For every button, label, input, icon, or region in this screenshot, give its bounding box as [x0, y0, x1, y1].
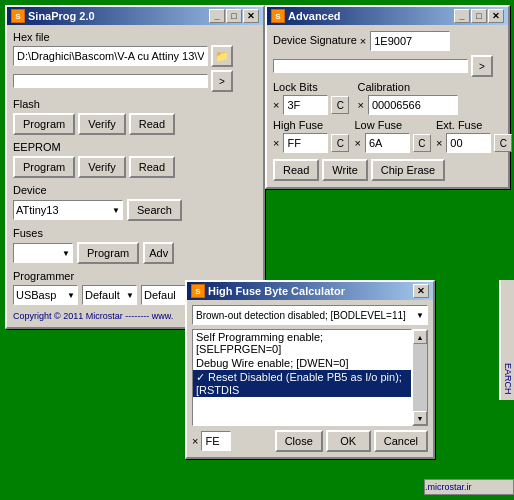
lock-bits-group: Lock Bits × C: [273, 81, 349, 115]
hfbc-scrollbar[interactable]: ▲ ▼: [412, 329, 428, 426]
device-sig-prefix: ×: [360, 35, 366, 47]
hfbc-dropdown[interactable]: Brown-out detection disabled; [BODLEVEL=…: [192, 305, 428, 325]
high-fuse-input[interactable]: [283, 133, 328, 153]
eeprom-verify-btn[interactable]: Verify: [78, 156, 126, 178]
lock-c-btn[interactable]: C: [331, 96, 349, 114]
lf-c-btn[interactable]: C: [413, 134, 431, 152]
flash-program-btn[interactable]: Program: [13, 113, 75, 135]
advanced-window: S Advanced _ □ ✕ Device Signature × > Lo…: [265, 5, 510, 189]
hex-progress-input: [13, 74, 208, 88]
low-fuse-label: Low Fuse: [354, 119, 430, 131]
programmer-arrow1: ▼: [67, 291, 75, 300]
programmer-val3: Defaul: [144, 289, 176, 301]
hfbc-dropdown-arrow: ▼: [416, 311, 424, 320]
adv-progress-input: [273, 59, 468, 73]
device-group: Device ATtiny13 ▼ Search: [13, 184, 257, 221]
hfbc-value-input[interactable]: [201, 431, 231, 451]
ext-fuse-input[interactable]: [446, 133, 491, 153]
list-item[interactable]: Reset Disabled (Enable PB5 as I/o pin); …: [193, 370, 411, 397]
fuses-adv-btn[interactable]: Adv: [143, 242, 174, 264]
flash-group: Flash Program Verify Read: [13, 98, 257, 135]
eeprom-program-btn[interactable]: Program: [13, 156, 75, 178]
chip-erase-btn[interactable]: Chip Erase: [371, 159, 445, 181]
sinaprog-titlebar: S SinaProg 2.0 _ □ ✕: [7, 7, 263, 25]
device-combo-arrow: ▼: [112, 206, 120, 215]
calibration-input[interactable]: [368, 95, 458, 115]
lock-prefix: ×: [273, 99, 279, 111]
sinaprog-close-btn[interactable]: ✕: [243, 9, 259, 23]
device-sig-input[interactable]: [370, 31, 450, 51]
advanced-titlebar: S Advanced _ □ ✕: [267, 7, 508, 25]
hfbc-listbox[interactable]: Self Programming enable; [SELFPRGEN=0] D…: [192, 329, 412, 426]
programmer-val2: Default: [85, 289, 120, 301]
fuses-label: Fuses: [13, 227, 257, 239]
device-search-btn[interactable]: Search: [127, 199, 182, 221]
hfbc-close-btn[interactable]: ✕: [413, 284, 429, 298]
microstar-text: .microstar.ir: [425, 482, 472, 492]
sinaprog-minimize-btn[interactable]: _: [209, 9, 225, 23]
flash-verify-btn[interactable]: Verify: [78, 113, 126, 135]
low-fuse-group: Low Fuse × C: [354, 119, 430, 153]
lock-calib-row: Lock Bits × C Calibration ×: [273, 81, 502, 115]
fuses-group: Fuses ▼ Program Adv: [13, 227, 257, 264]
list-item[interactable]: Self Programming enable; [SELFPRGEN=0]: [193, 330, 411, 356]
fuse-row: High Fuse × C Low Fuse × C Ext. Fuse ×: [273, 119, 502, 153]
partial-text: EARCH: [503, 363, 513, 395]
list-item-text: Self Programming enable; [SELFPRGEN=0]: [196, 331, 323, 355]
hf-prefix: ×: [273, 137, 279, 149]
hfbc-ok-btn[interactable]: OK: [326, 430, 371, 452]
list-item[interactable]: [193, 397, 411, 411]
sinaprog-maximize-btn[interactable]: □: [226, 9, 242, 23]
hex-arrow-btn[interactable]: >: [211, 70, 233, 92]
ef-c-btn[interactable]: C: [494, 134, 512, 152]
hex-file-input[interactable]: [13, 46, 208, 66]
hfbc-cancel-btn[interactable]: Cancel: [374, 430, 428, 452]
hfbc-icon: S: [191, 284, 205, 298]
lock-bits-input[interactable]: [283, 95, 328, 115]
list-item[interactable]: [193, 411, 411, 425]
scroll-up-btn[interactable]: ▲: [413, 330, 427, 344]
advanced-close-btn[interactable]: ✕: [488, 9, 504, 23]
ext-fuse-group: Ext. Fuse × C: [436, 119, 512, 153]
calibration-group: Calibration ×: [357, 81, 457, 115]
partial-window-edge: EARCH: [499, 280, 514, 400]
adv-write-btn[interactable]: Write: [322, 159, 367, 181]
list-item[interactable]: Debug Wire enable; [DWEN=0]: [193, 356, 411, 370]
hfbc-buttons: Close OK Cancel: [275, 430, 428, 452]
calib-prefix: ×: [357, 99, 363, 111]
high-fuse-group: High Fuse × C: [273, 119, 349, 153]
advanced-maximize-btn[interactable]: □: [471, 9, 487, 23]
sinaprog-icon: S: [11, 9, 25, 23]
eeprom-label: EEPROM: [13, 141, 257, 153]
hfbc-close-window-btn[interactable]: Close: [275, 430, 323, 452]
programmer-arrow2: ▼: [126, 291, 134, 300]
eeprom-group: EEPROM Program Verify Read: [13, 141, 257, 178]
adv-actions-row: Read Write Chip Erase: [273, 159, 502, 181]
flash-label: Flash: [13, 98, 257, 110]
hex-browse-btn[interactable]: 📁: [211, 45, 233, 67]
eeprom-read-btn[interactable]: Read: [129, 156, 175, 178]
device-combo[interactable]: ATtiny13 ▼: [13, 200, 123, 220]
advanced-icon: S: [271, 9, 285, 23]
flash-read-btn[interactable]: Read: [129, 113, 175, 135]
programmer-combo1[interactable]: USBasp ▼: [13, 285, 78, 305]
hfbc-title: High Fuse Byte Calculator: [208, 285, 345, 297]
fuses-combo-arrow: ▼: [62, 249, 70, 258]
hex-file-label: Hex file: [13, 31, 257, 43]
hf-c-btn[interactable]: C: [331, 134, 349, 152]
adv-read-btn[interactable]: Read: [273, 159, 319, 181]
hfbc-window: S High Fuse Byte Calculator ✕ Brown-out …: [185, 280, 435, 459]
adv-arrow-btn[interactable]: >: [471, 55, 493, 77]
device-label: Device: [13, 184, 257, 196]
fuses-combo[interactable]: ▼: [13, 243, 73, 263]
programmer-combo2[interactable]: Default ▼: [82, 285, 137, 305]
advanced-minimize-btn[interactable]: _: [454, 9, 470, 23]
list-item-text: Debug Wire enable; [DWEN=0]: [196, 357, 349, 369]
lock-bits-label: Lock Bits: [273, 81, 349, 93]
fuses-program-btn[interactable]: Program: [77, 242, 139, 264]
hex-file-group: Hex file 📁 >: [13, 31, 257, 92]
ext-fuse-label: Ext. Fuse: [436, 119, 512, 131]
scroll-down-btn[interactable]: ▼: [413, 411, 427, 425]
scroll-track: [413, 344, 427, 411]
low-fuse-input[interactable]: [365, 133, 410, 153]
